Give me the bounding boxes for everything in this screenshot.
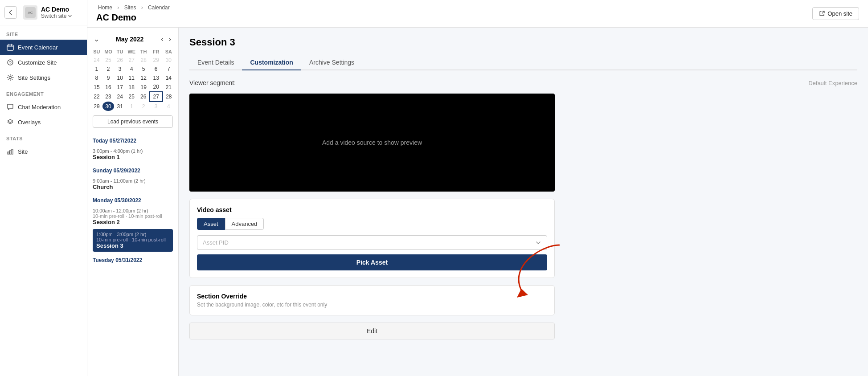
calendar-day[interactable]: 26 [137, 92, 149, 102]
calendar-day[interactable]: 13 [150, 74, 163, 82]
gear-icon [6, 74, 14, 82]
sidebar-item-customize-site[interactable]: Customize Site [0, 55, 87, 70]
calendar-day[interactable]: 20 [150, 82, 163, 92]
calendar-day[interactable]: 22 [91, 92, 102, 102]
chat-icon [6, 103, 14, 111]
load-previous-events-button[interactable]: Load previous events [93, 115, 173, 128]
sidebar-section-engagement: ENGAGEMENT Chat Moderation Overlays [0, 85, 87, 130]
calendar-day[interactable]: 30 [102, 102, 114, 111]
sidebar-item-label: Site [18, 148, 28, 155]
calendar-day[interactable]: 19 [137, 82, 149, 92]
calendar-day[interactable]: 18 [126, 82, 137, 92]
events-list: Today 05/27/20223:00pm - 4:00pm (1 hr)Se… [87, 138, 178, 263]
video-asset-section: Video asset Asset Advanced Asset PID Pic… [189, 199, 555, 278]
calendar-day[interactable]: 25 [102, 56, 114, 65]
chart-icon [6, 147, 14, 155]
edit-button[interactable]: Edit [189, 323, 555, 339]
calendar-nav: ‹ › [159, 34, 173, 44]
calendar-day[interactable]: 24 [91, 56, 102, 65]
svg-rect-5 [8, 152, 9, 154]
calendar-panel: ⌄ May 2022 ‹ › SU MO TU WE TH [87, 28, 179, 376]
event-card[interactable]: 1:00pm - 3:00pm (2 hr)10-min pre-roll · … [93, 229, 173, 252]
calendar-day[interactable]: 5 [137, 65, 149, 74]
sidebar-item-chat-moderation[interactable]: Chat Moderation [0, 99, 87, 114]
calendar-day[interactable]: 4 [126, 65, 137, 74]
tab-event-details[interactable]: Event Details [189, 55, 242, 70]
asset-tab-advanced[interactable]: Advanced [225, 218, 264, 230]
calendar-day[interactable]: 6 [150, 65, 163, 74]
calendar-day[interactable]: 2 [137, 102, 149, 111]
calendar-day[interactable]: 28 [163, 92, 175, 102]
calendar-day[interactable]: 30 [163, 56, 175, 65]
calendar-day[interactable]: 29 [150, 56, 163, 65]
video-asset-label: Video asset [197, 206, 547, 213]
calendar-day[interactable]: 9 [102, 74, 114, 82]
site-logo: AC [23, 5, 37, 20]
tab-archive-settings[interactable]: Archive Settings [301, 55, 362, 70]
calendar-day[interactable]: 10 [114, 74, 126, 82]
calendar-day[interactable]: 21 [163, 82, 175, 92]
calendar-day[interactable]: 7 [163, 65, 175, 74]
top-bar-left: Home › Sites › Calendar AC Demo [96, 4, 172, 23]
calendar-day[interactable]: 23 [102, 92, 114, 102]
events-day-label: Sunday 05/29/2022 [93, 168, 173, 174]
content-area: ⌄ May 2022 ‹ › SU MO TU WE TH [87, 28, 868, 376]
sidebar-item-overlays[interactable]: Overlays [0, 114, 87, 130]
event-item[interactable]: 3:00pm - 4:00pm (1 hr)Session 1 [93, 147, 173, 162]
svg-point-4 [9, 77, 12, 79]
calendar-day[interactable]: 27 [150, 92, 163, 102]
top-bar: Home › Sites › Calendar AC Demo Open sit… [87, 0, 868, 28]
calendar-day[interactable]: 11 [126, 74, 137, 82]
viewer-segment-label: Viewer segment: [189, 79, 236, 86]
open-site-button[interactable]: Open site [812, 7, 859, 20]
calendar-day[interactable]: 16 [102, 82, 114, 92]
calendar-day[interactable]: 28 [137, 56, 149, 65]
section-override-title: Section Override [197, 293, 547, 300]
sidebar-item-site-settings[interactable]: Site Settings [0, 70, 87, 85]
calendar-day[interactable]: 3 [114, 65, 126, 74]
main-area: Home › Sites › Calendar AC Demo Open sit… [87, 0, 868, 376]
calendar-expand-button[interactable]: ⌄ [93, 34, 100, 44]
events-day-label: Tuesday 05/31/2022 [93, 257, 173, 263]
asset-pid-select[interactable]: Asset PID [197, 235, 547, 250]
calendar-day[interactable]: 3 [150, 102, 163, 111]
sidebar-section-site: SITE Event Calendar Customize Site Site … [0, 25, 87, 85]
asset-tab-asset[interactable]: Asset [197, 218, 225, 230]
svg-point-3 [8, 60, 13, 65]
sidebar-section-engagement-label: ENGAGEMENT [0, 85, 87, 99]
switch-site[interactable]: Switch site [41, 13, 73, 19]
calendar-icon [6, 43, 14, 51]
sidebar-item-event-calendar[interactable]: Event Calendar [0, 40, 87, 55]
viewer-segment-value: Default Experience [808, 80, 857, 86]
sidebar-item-site-stats[interactable]: Site [0, 144, 87, 159]
event-item[interactable]: 10:00am - 12:00pm (2 hr)10-min pre-roll … [93, 206, 173, 227]
back-button[interactable] [4, 6, 17, 19]
calendar-day[interactable]: 4 [163, 102, 175, 111]
events-day-label: Today 05/27/2022 [93, 138, 173, 144]
calendar-day[interactable]: 1 [91, 65, 102, 74]
calendar-day[interactable]: 12 [137, 74, 149, 82]
sidebar-item-label: Chat Moderation [18, 104, 61, 110]
calendar-day[interactable]: 8 [91, 74, 102, 82]
calendar-day[interactable]: 27 [126, 56, 137, 65]
calendar-day[interactable]: 2 [102, 65, 114, 74]
video-preview-text: Add a video source to show preview [322, 139, 422, 146]
section-override-box: Section Override Set the background imag… [189, 285, 555, 315]
calendar-day[interactable]: 31 [114, 102, 126, 111]
event-item[interactable]: 9:00am - 11:00am (2 hr)Church [93, 176, 173, 192]
calendar-day[interactable]: 24 [114, 92, 126, 102]
calendar-prev-button[interactable]: ‹ [159, 34, 165, 44]
calendar-day[interactable]: 15 [91, 82, 102, 92]
calendar-day[interactable]: 26 [114, 56, 126, 65]
calendar-day[interactable]: 1 [126, 102, 137, 111]
calendar-day[interactable]: 14 [163, 74, 175, 82]
tab-customization[interactable]: Customization [242, 55, 301, 70]
right-panel: Session 3 Event Details Customization Ar… [179, 28, 868, 376]
calendar-next-button[interactable]: › [167, 34, 173, 44]
sidebar-section-stats-label: STATS [0, 130, 87, 144]
events-day-label: Monday 05/30/2022 [93, 197, 173, 204]
calendar-day[interactable]: 25 [126, 92, 137, 102]
calendar-day[interactable]: 17 [114, 82, 126, 92]
pick-asset-button[interactable]: Pick Asset [197, 254, 547, 270]
calendar-day[interactable]: 29 [91, 102, 102, 111]
